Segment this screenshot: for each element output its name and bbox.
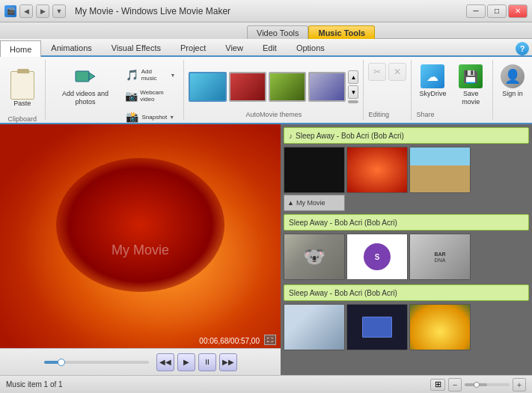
pause-button[interactable]: ⏸ [198,353,216,371]
maximize-button[interactable]: □ [487,4,507,18]
clip-thumb-2-2[interactable]: S [346,234,408,280]
clip-thumb-2-1[interactable]: 🐨 [284,234,345,280]
themes-scroll-list[interactable] [348,100,358,103]
title-clip-label: My Movie [296,199,325,207]
title-bar-left: 🎬 ◀ ▶ ▼ My Movie - Windows Live Movie Ma… [4,4,230,18]
fast-forward-button[interactable]: ▶▶ [219,353,237,371]
tab-edit[interactable]: Edit [253,39,287,55]
editing-btns: ✂ ✕ [368,60,406,111]
clipboard-label: Clipboard [8,115,37,124]
clip-group-label-3: Sleep Away - Bob Acri (Bob Acri) [289,289,397,297]
tab-options[interactable]: Options [287,39,334,55]
paste-icon [10,71,34,100]
zoom-out-button[interactable]: − [448,378,462,392]
paste-button[interactable]: Paste [4,63,40,115]
status-right: ⊞ − + [430,378,526,392]
theme-1[interactable] [189,72,226,102]
back-button[interactable]: ◀ [19,4,33,18]
minimize-button[interactable]: ─ [466,4,486,18]
tools-tab-bar: Video Tools Music Tools [0,22,532,39]
svg-rect-0 [76,71,89,82]
fullscreen-button[interactable]: ⛶ [264,335,276,345]
clip-thumb-1-2[interactable] [346,147,408,193]
ribbon-add-content: Add videos and photos 🎵 Add music ▼ 📷 We… [52,60,178,126]
window-title: My Movie - Windows Live Movie Maker [75,6,230,16]
clip-group-header-1: ♪ Sleep Away - Bob Acri (Bob Acri) [284,127,529,144]
theme-4[interactable] [308,72,346,102]
zoom-in-button[interactable]: + [513,378,526,392]
add-music-button[interactable]: 🎵 Add music ▼ [122,66,177,84]
clip-group-2: Sleep Away - Bob Acri (Bob Acri) 🐨 S BAR… [284,214,529,281]
video-timestamp: 00:06,68/00:57,00 [199,337,260,345]
clip-thumb-3-2[interactable] [346,304,408,350]
webcam-button[interactable]: 📷 Webcam video [122,87,177,105]
dropdown-button[interactable]: ▼ [52,4,66,18]
clip-group-label-2: Sleep Away - Bob Acri (Bob Acri) [289,219,397,227]
svg-marker-1 [89,73,95,80]
status-icon-1[interactable]: ⊞ [430,379,445,391]
ribbon-share-content: ☁ SkyDrive 💾 Save movie [416,60,488,111]
play-button[interactable]: ▶ [177,353,195,371]
ribbon-add-section: Add videos and photos 🎵 Add music ▼ 📷 We… [46,60,185,120]
theme-3[interactable] [269,72,306,102]
forward-button[interactable]: ▶ [36,4,49,18]
music-icon-1: ♪ [289,132,293,140]
rewind-button[interactable]: ◀◀ [156,353,174,371]
edit-delete-button[interactable]: ✕ [388,63,406,81]
clip-group-header-2: Sleep Away - Bob Acri (Bob Acri) [284,214,529,231]
theme-2[interactable] [229,72,266,102]
help-button[interactable]: ? [516,42,529,55]
save-movie-button[interactable]: 💾 Save movie [453,63,488,108]
ribbon-tabs: Home Animations Visual Effects Project V… [0,39,532,57]
zoom-slider[interactable] [465,383,510,386]
clip-row-2: 🐨 S BAR DNA [284,232,529,281]
add-videos-button[interactable]: Add videos and photos [52,63,120,108]
tab-view[interactable]: View [215,39,253,55]
seek-bar-fill [44,361,59,364]
title-clip-1[interactable]: ▲ My Movie [284,195,345,211]
title-bar: 🎬 ◀ ▶ ▼ My Movie - Windows Live Movie Ma… [0,0,532,22]
tab-video-tools[interactable]: Video Tools [247,25,308,39]
tab-visual-effects[interactable]: Visual Effects [102,39,171,55]
automovie-thumbs: ▲ ▼ [189,60,358,111]
save-movie-label: Save movie [456,90,485,106]
ribbon-share-section: ☁ SkyDrive 💾 Save movie Share [412,60,493,120]
tab-animations[interactable]: Animations [41,39,101,55]
close-button[interactable]: ✕ [508,4,528,18]
edit-cut-button[interactable]: ✂ [368,63,386,81]
ribbon-signin-content: 👤 Sign in [498,60,528,120]
tab-home[interactable]: Home [0,40,41,57]
signin-button[interactable]: 👤 Sign in [498,63,528,100]
tab-project[interactable]: Project [171,39,215,55]
status-bar: Music item 1 of 1 ⊞ − + [0,375,532,393]
clip-group-1: ♪ Sleep Away - Bob Acri (Bob Acri) ▲ My … [284,127,529,211]
automovie-label: AutoMovie themes [189,111,358,120]
signin-label: Sign in [502,90,523,98]
add-videos-label: Add videos and photos [55,90,117,106]
clip-row-3 [284,302,529,352]
snapshot-button[interactable]: 📸 Snapshot ▼ [122,108,177,126]
snapshot-arrow: ▼ [169,115,174,120]
clip-thumb-3-3[interactable] [409,304,471,350]
window-controls: ─ □ ✕ [466,4,528,18]
seek-thumb[interactable] [58,359,65,366]
tab-music-tools[interactable]: Music Tools [308,25,375,39]
clip-thumb-3-1[interactable] [284,304,345,350]
video-canvas[interactable]: My Movie 00:06,68/00:57,00 ⛶ [0,124,281,348]
skydrive-button[interactable]: ☁ SkyDrive [416,63,449,100]
ribbon-clipboard-content: Paste [4,60,40,115]
add-music-icon: 🎵 [124,67,138,82]
video-frame [0,124,281,348]
main-content: My Movie 00:06,68/00:57,00 ⛶ ◀◀ ▶ ⏸ ▶▶ ♪… [0,124,532,375]
clip-group-header-3: Sleep Away - Bob Acri (Bob Acri) [284,284,529,301]
clip-thumb-2-3[interactable]: BAR DNA [409,234,471,280]
ribbon: Paste Clipboard Add videos and photos 🎵 … [0,57,532,124]
themes-scroll-up[interactable]: ▲ [348,70,358,84]
status-text: Music item 1 of 1 [6,380,63,389]
clip-thumb-1-3[interactable] [409,147,471,193]
themes-scroll-down[interactable]: ▼ [348,85,358,99]
seek-bar[interactable] [44,361,149,364]
ribbon-automovie-section: ▲ ▼ AutoMovie themes [184,60,364,120]
clip-thumb-1-1[interactable] [284,147,345,193]
clip-group-label-1: Sleep Away - Bob Acri (Bob Acri) [296,132,404,140]
